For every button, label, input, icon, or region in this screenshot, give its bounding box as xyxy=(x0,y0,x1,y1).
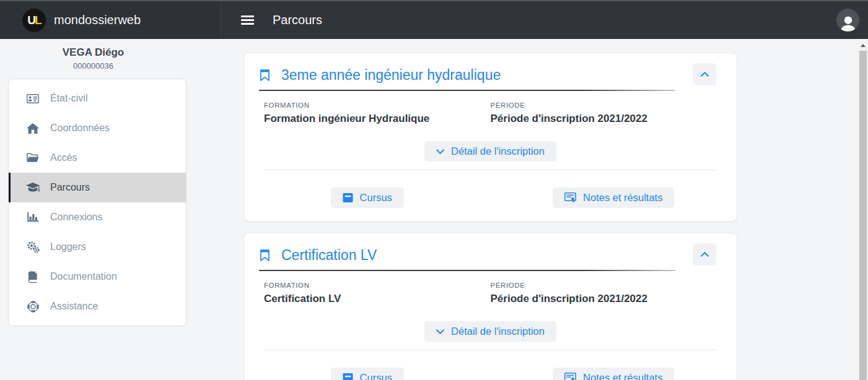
card-title: Certification LV xyxy=(281,247,377,264)
card-title-link[interactable]: Certification LV xyxy=(259,243,675,271)
card-title-link[interactable]: 3eme année ingénieur hydraulique xyxy=(259,63,675,91)
sidebar-item-label: Accès xyxy=(50,152,77,163)
folder-open-icon xyxy=(25,153,40,163)
sidebar-item-etat-civil[interactable]: État-civil xyxy=(9,84,186,113)
scroll-up-icon xyxy=(861,44,866,47)
sidebar-menu: État-civil Coordonnées Accès Parcours xyxy=(8,79,186,326)
sidebar-item-assistance[interactable]: Assistance xyxy=(9,291,186,321)
sidebar-item-acces[interactable]: Accès xyxy=(9,143,186,173)
periode-label: PÉRIODE xyxy=(491,282,717,289)
cursus-button-label: Cursus xyxy=(360,192,392,204)
header-main: Parcours xyxy=(221,1,868,39)
periode-field: PÉRIODE Période d'inscription 2021/2022 xyxy=(491,282,717,305)
chevron-up-icon xyxy=(701,252,709,257)
notes-icon xyxy=(564,373,576,380)
main-content: 3eme année ingénieur hydraulique FORMATI… xyxy=(214,39,868,380)
gears-icon xyxy=(25,241,40,253)
cursus-button[interactable]: Cursus xyxy=(331,368,404,380)
collapse-card-button[interactable] xyxy=(693,243,716,266)
cursus-icon xyxy=(343,373,353,380)
sidebar-item-coordonnees[interactable]: Coordonnées xyxy=(9,113,186,143)
periode-value: Période d'inscription 2021/2022 xyxy=(491,113,717,125)
scroll-up-button[interactable] xyxy=(857,40,868,51)
detail-button-label: Détail de l'inscription xyxy=(451,326,545,337)
sidebar-item-connexions[interactable]: Connexions xyxy=(9,202,186,232)
chevron-up-icon xyxy=(701,72,709,77)
formation-value: Certification LV xyxy=(264,293,491,305)
cursus-button[interactable]: Cursus xyxy=(331,188,404,208)
cursus-button-label: Cursus xyxy=(360,372,392,380)
notes-button-label: Notes et résultats xyxy=(583,192,662,204)
course-card-certification-lv: Certification LV FORMATION Certification… xyxy=(243,233,737,380)
formation-field: FORMATION Certification LV xyxy=(264,282,491,305)
notes-resultats-button[interactable]: Notes et résultats xyxy=(553,368,674,380)
card-divider xyxy=(264,350,717,350)
sidebar-item-label: Loggers xyxy=(50,241,86,253)
detail-button-label: Détail de l'inscription xyxy=(451,145,545,157)
cursus-icon xyxy=(343,193,353,202)
logo-letter-u: U xyxy=(27,14,35,27)
card-divider xyxy=(264,170,717,170)
brand-home-link[interactable]: UL mondossierweb xyxy=(0,1,221,39)
bookmark-icon xyxy=(260,69,270,81)
logo-letter-l: L xyxy=(35,14,41,27)
formation-label: FORMATION xyxy=(264,282,491,289)
sidebar-item-parcours[interactable]: Parcours xyxy=(9,173,186,202)
card-title: 3eme année ingénieur hydraulique xyxy=(281,67,501,84)
formation-label: FORMATION xyxy=(264,101,491,109)
ul-logo-icon: UL xyxy=(22,9,46,32)
life-ring-icon xyxy=(25,301,40,313)
bar-chart-icon xyxy=(25,212,40,222)
student-id: 000000036 xyxy=(0,61,186,71)
sidebar-item-label: Coordonnées xyxy=(50,123,110,134)
sidebar: VEGA Diégo 000000036 État-civil Coordonn… xyxy=(0,39,214,380)
home-icon xyxy=(25,123,40,134)
notes-icon xyxy=(564,192,576,203)
book-icon xyxy=(25,271,40,283)
formation-field: FORMATION Formation ingénieur Hydrauliqu… xyxy=(264,101,491,125)
brand-name: mondossierweb xyxy=(54,13,141,27)
student-info: VEGA Diégo 000000036 xyxy=(0,46,186,71)
page-title: Parcours xyxy=(273,13,322,27)
chevron-down-icon xyxy=(436,329,444,334)
student-name: VEGA Diégo xyxy=(0,46,186,59)
chevron-down-icon xyxy=(436,149,444,154)
detail-inscription-button[interactable]: Détail de l'inscription xyxy=(424,141,556,162)
sidebar-item-label: Documentation xyxy=(50,271,117,282)
scrollbar-thumb[interactable] xyxy=(859,51,867,380)
periode-field: PÉRIODE Période d'inscription 2021/2022 xyxy=(491,101,717,125)
sidebar-item-loggers[interactable]: Loggers xyxy=(9,232,186,262)
periode-label: PÉRIODE xyxy=(491,101,717,109)
formation-value: Formation ingénieur Hydraulique xyxy=(264,113,491,125)
sidebar-item-label: Parcours xyxy=(50,182,90,193)
collapse-card-button[interactable] xyxy=(693,63,716,85)
notes-button-label: Notes et résultats xyxy=(583,372,662,380)
sidebar-item-label: État-civil xyxy=(50,93,87,104)
sidebar-item-documentation[interactable]: Documentation xyxy=(9,262,186,291)
detail-inscription-button[interactable]: Détail de l'inscription xyxy=(424,321,556,342)
hamburger-menu-icon[interactable] xyxy=(241,14,254,27)
scrollbar[interactable] xyxy=(857,40,868,380)
graduation-cap-icon xyxy=(25,183,40,193)
sidebar-item-label: Connexions xyxy=(50,212,103,223)
periode-value: Période d'inscription 2021/2022 xyxy=(491,293,717,305)
notes-resultats-button[interactable]: Notes et résultats xyxy=(553,188,674,208)
user-avatar-icon[interactable] xyxy=(836,9,859,32)
id-card-icon xyxy=(25,94,40,103)
bookmark-icon xyxy=(260,249,270,261)
sidebar-item-label: Assistance xyxy=(50,301,98,312)
course-card-hydraulique: 3eme année ingénieur hydraulique FORMATI… xyxy=(243,53,737,222)
top-header: UL mondossierweb Parcours xyxy=(0,0,868,39)
